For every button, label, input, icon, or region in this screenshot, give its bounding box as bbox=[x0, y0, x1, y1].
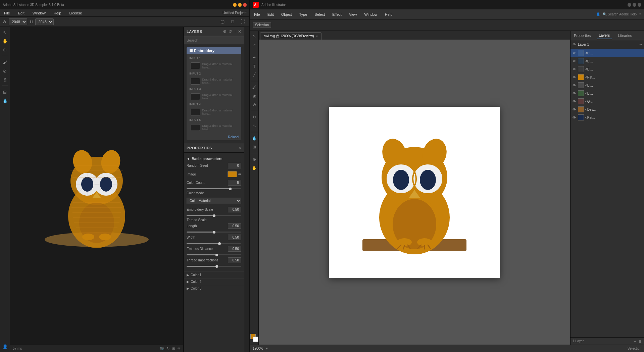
layers-visibility-icon[interactable]: 👁 bbox=[573, 43, 576, 46]
hand-tool-btn[interactable]: ✋ bbox=[1, 37, 9, 45]
ps-eraser-tool[interactable]: ⊘ bbox=[250, 101, 258, 109]
zoom-tool-btn[interactable]: ⊕ bbox=[1, 46, 9, 54]
ps-zoom-dropdown-icon[interactable]: ▼ bbox=[265, 347, 268, 350]
thread-length-slider[interactable] bbox=[187, 232, 241, 233]
ps-menu-edit[interactable]: Edit bbox=[266, 12, 275, 17]
layer-eye-6[interactable]: 👁 bbox=[572, 99, 577, 104]
properties-close-icon[interactable]: × bbox=[239, 146, 241, 150]
layer-eye-0[interactable]: 👁 bbox=[572, 51, 577, 55]
height-select[interactable]: 2048 1024 4096 bbox=[35, 18, 54, 25]
layers-settings-icon[interactable]: ⚙ bbox=[223, 29, 227, 34]
color-mode-select[interactable]: Color Material Thread Color Gradient bbox=[187, 198, 241, 204]
input-drop-3[interactable]: Drag & drop a material here... bbox=[188, 92, 240, 101]
layer-eye-1[interactable]: 👁 bbox=[572, 59, 577, 63]
ps-menu-view[interactable]: View bbox=[348, 12, 358, 17]
layers-search-input[interactable] bbox=[184, 36, 244, 44]
erase-tool-btn[interactable]: ⊘ bbox=[1, 67, 9, 75]
user-icon[interactable]: 👤 bbox=[1, 343, 9, 351]
input-drop-5[interactable]: Drag & drop a material here... bbox=[188, 123, 240, 132]
ps-minimize-btn[interactable] bbox=[628, 3, 631, 7]
thread-width-slider[interactable] bbox=[187, 243, 241, 244]
reload-btn[interactable]: Reload bbox=[187, 134, 241, 140]
eyedropper-icon[interactable]: ✏ bbox=[238, 172, 241, 177]
ps-menu-help[interactable]: Help bbox=[384, 12, 394, 17]
rotate-icon[interactable]: ↻ bbox=[167, 347, 169, 350]
input-drop-2[interactable]: Drag & drop a material here... bbox=[188, 77, 240, 86]
image-color-picker[interactable]: ✏ bbox=[228, 171, 241, 177]
ps-delete-layer-icon[interactable]: 🗑 bbox=[638, 339, 642, 343]
tab-properties[interactable]: Properties bbox=[572, 32, 593, 39]
layer-eye-8[interactable]: 👁 bbox=[572, 115, 577, 120]
ps-close-btn[interactable] bbox=[638, 3, 641, 7]
image-swatch[interactable] bbox=[228, 171, 237, 177]
ps-menu-effect[interactable]: Effect bbox=[331, 12, 343, 17]
2d-view-icon[interactable]: □ bbox=[229, 18, 237, 26]
layer-row-7[interactable]: 👁 <Dev... bbox=[571, 105, 644, 113]
eyedropper-tool-btn[interactable]: 💧 bbox=[1, 97, 9, 105]
layer-row-0[interactable]: 👁 <Bl... bbox=[571, 49, 644, 57]
ps-eyedropper-tool[interactable]: 💧 bbox=[250, 134, 258, 142]
color-3-section[interactable]: ▶ Color 3 bbox=[184, 285, 244, 292]
layers-refresh-icon[interactable]: ↺ bbox=[229, 29, 232, 34]
ps-paintbrush-tool[interactable]: 🖌 bbox=[250, 83, 258, 91]
ps-type-tool[interactable]: T bbox=[250, 62, 258, 70]
embroidery-scale-slider[interactable] bbox=[187, 215, 241, 216]
ps-scale-tool[interactable]: ⤡ bbox=[250, 122, 258, 130]
tab-layers[interactable]: Layers bbox=[597, 32, 612, 39]
background-color[interactable] bbox=[253, 337, 258, 342]
layer-row-2[interactable]: 👁 <Bl... bbox=[571, 65, 644, 73]
thread-length-value[interactable]: 0.50 bbox=[228, 223, 241, 229]
fullscreen-icon[interactable]: ⛶ bbox=[239, 18, 247, 26]
ps-more-icon[interactable]: ≡ bbox=[639, 12, 641, 16]
embroidery-scale-value[interactable]: 0.50 bbox=[228, 207, 241, 212]
ps-zoom-tool[interactable]: ⊕ bbox=[250, 155, 258, 163]
select-tool-btn[interactable]: ↖ bbox=[1, 28, 9, 36]
random-seed-value[interactable]: 0 bbox=[228, 163, 241, 168]
width-select[interactable]: 2048 1024 4096 bbox=[9, 18, 27, 25]
ps-search-bar[interactable]: 🔍 Search Adobe Help bbox=[603, 12, 637, 16]
input-drop-1[interactable]: Drag & drop a material here... bbox=[188, 61, 240, 70]
layer-eye-4[interactable]: 👁 bbox=[572, 83, 577, 88]
color-count-value[interactable]: 5 bbox=[228, 180, 241, 186]
maximize-btn[interactable] bbox=[238, 3, 242, 7]
tab-close-btn[interactable]: × bbox=[316, 35, 318, 38]
section-collapse-icon[interactable]: ▼ bbox=[187, 157, 190, 161]
ps-menu-type[interactable]: Type bbox=[298, 12, 309, 17]
ps-measure-tool[interactable]: ⊞ bbox=[250, 143, 258, 151]
layer-eye-7[interactable]: 👁 bbox=[572, 107, 577, 112]
layer-eye-3[interactable]: 👁 bbox=[572, 75, 577, 80]
thread-width-value[interactable]: 0.50 bbox=[228, 235, 241, 240]
camera-icon[interactable]: 📷 bbox=[160, 347, 164, 350]
ps-maximize-btn[interactable] bbox=[633, 3, 636, 7]
input-drop-4[interactable]: Drag & drop a material here... bbox=[188, 108, 240, 116]
layers-options-icon[interactable]: ⋯ bbox=[639, 43, 642, 46]
ps-menu-file[interactable]: File bbox=[253, 12, 261, 17]
clone-tool-btn[interactable]: ⎘ bbox=[1, 76, 9, 84]
ps-rotate-tool[interactable]: ↻ bbox=[250, 113, 258, 121]
minimize-btn[interactable] bbox=[233, 3, 237, 7]
menu-file[interactable]: File bbox=[3, 10, 11, 16]
grid-icon[interactable]: ⊞ bbox=[172, 347, 175, 350]
layer-row-4[interactable]: 👁 <Bl... bbox=[571, 81, 644, 89]
emboss-distance-value[interactable]: 0.50 bbox=[228, 246, 241, 252]
ps-blob-brush-tool[interactable]: ◉ bbox=[250, 92, 258, 100]
measure-tool-btn[interactable]: ⊞ bbox=[1, 88, 9, 96]
ps-menu-window[interactable]: Window bbox=[363, 12, 379, 17]
color-count-slider[interactable] bbox=[187, 188, 241, 189]
color-2-section[interactable]: ▶ Color 2 bbox=[184, 278, 244, 285]
layers-delete-icon[interactable]: ✕ bbox=[238, 29, 241, 34]
ps-menu-select[interactable]: Select bbox=[313, 12, 326, 17]
ps-select-tool[interactable]: ↖ bbox=[250, 32, 258, 40]
menu-license[interactable]: License bbox=[68, 10, 83, 16]
layer-row-1[interactable]: 👁 <Bl... bbox=[571, 57, 644, 65]
emboss-distance-slider[interactable] bbox=[187, 254, 241, 255]
ps-hand-tool[interactable]: ✋ bbox=[250, 164, 258, 172]
menu-window[interactable]: Window bbox=[31, 10, 47, 16]
ps-line-tool[interactable]: ╱ bbox=[250, 71, 258, 79]
layers-export-icon[interactable]: ↑ bbox=[234, 29, 236, 34]
layer-row-6[interactable]: 👁 <Gr... bbox=[571, 97, 644, 105]
layer-row-8[interactable]: 👁 <Pat... bbox=[571, 113, 644, 121]
ps-menu-object[interactable]: Object bbox=[280, 12, 293, 17]
menu-edit[interactable]: Edit bbox=[17, 10, 26, 16]
brush-tool-btn[interactable]: 🖌 bbox=[1, 58, 9, 66]
